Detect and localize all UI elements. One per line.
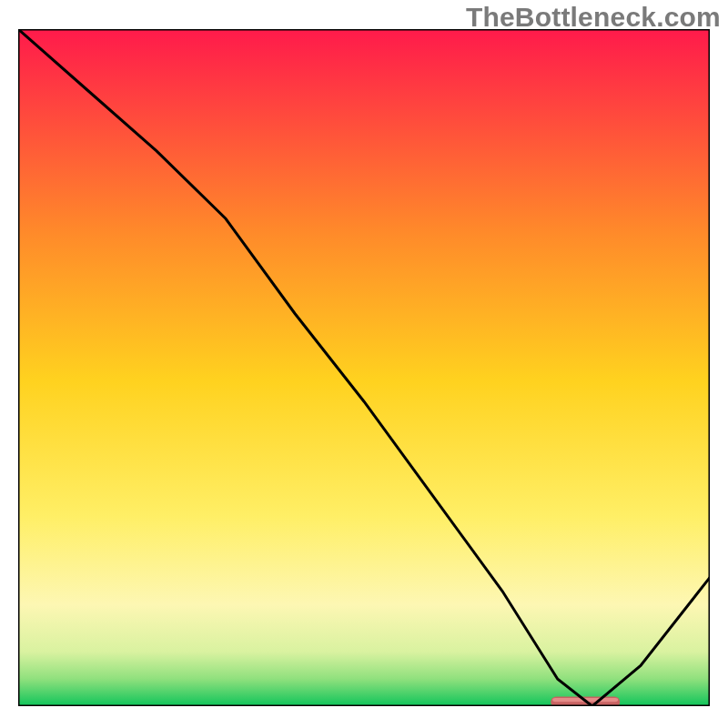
chart-svg bbox=[18, 29, 710, 706]
chart-stage: TheBottleneck.com bbox=[0, 0, 728, 728]
watermark-text: TheBottleneck.com bbox=[466, 2, 721, 33]
gradient-background bbox=[18, 29, 710, 706]
chart-plot-area bbox=[18, 29, 710, 706]
